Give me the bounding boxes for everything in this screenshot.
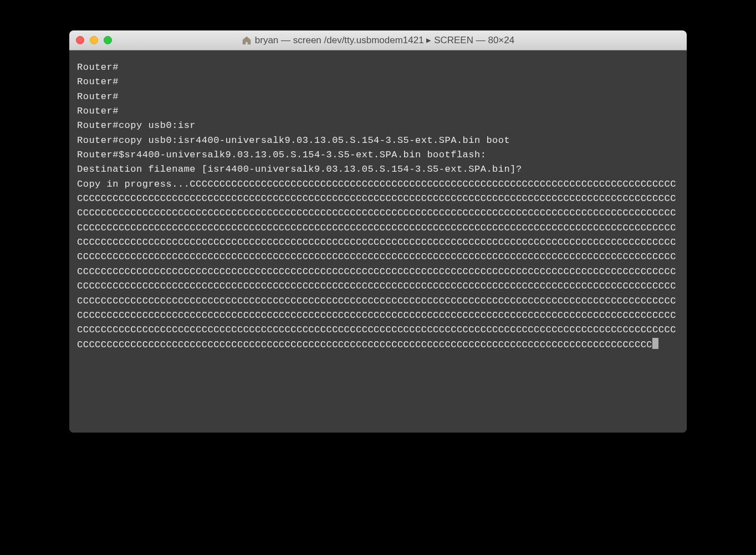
cursor [652,338,658,349]
terminal-body[interactable]: Router# Router# Router# Router# Router#c… [69,50,687,433]
terminal-text: Router# Router# Router# Router# Router#c… [77,62,676,350]
maximize-button[interactable] [104,36,112,44]
home-icon [242,35,252,45]
title-container: bryan — screen /dev/tty.usbmodem1421 ▸ S… [69,34,687,46]
title-bar[interactable]: bryan — screen /dev/tty.usbmodem1421 ▸ S… [69,30,687,50]
close-button[interactable] [76,36,84,44]
minimize-button[interactable] [90,36,98,44]
window-title: bryan — screen /dev/tty.usbmodem1421 ▸ S… [255,34,514,46]
terminal-window: bryan — screen /dev/tty.usbmodem1421 ▸ S… [69,30,687,433]
traffic-lights [76,36,112,44]
terminal-output: Router# Router# Router# Router# Router#c… [77,60,679,352]
